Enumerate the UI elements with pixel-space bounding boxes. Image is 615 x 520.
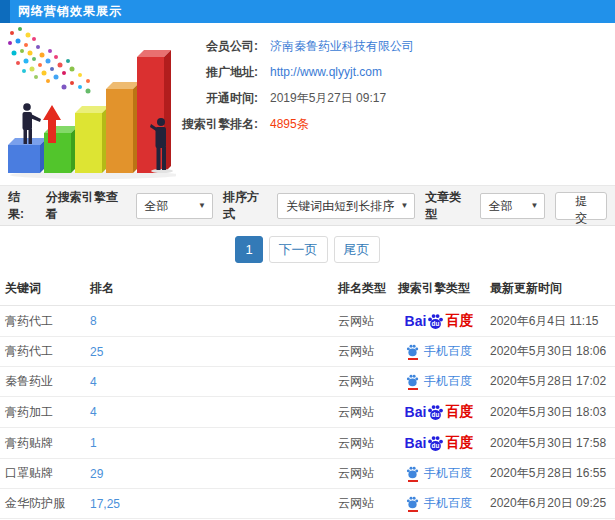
article-type-select-value: 全部 bbox=[489, 199, 513, 213]
keyword-cell: 秦鲁药业 bbox=[5, 374, 53, 388]
rank-link[interactable]: 25 bbox=[90, 345, 103, 359]
rank-type-cell: 云网站 bbox=[338, 314, 374, 328]
info-row-rank-count: 搜索引擎排名: 4895条 bbox=[176, 111, 414, 137]
svg-text:du: du bbox=[432, 320, 440, 327]
company-link[interactable]: 济南秦鲁药业科技有限公司 bbox=[270, 38, 414, 55]
mobile-baidu-icon bbox=[406, 344, 419, 360]
engine-filter-label: 分搜索引擎查看 bbox=[46, 189, 129, 223]
updated-cell: 2020年5月30日 18:06 bbox=[490, 344, 606, 358]
keyword-cell: 膏药代工 bbox=[5, 314, 53, 328]
baidu-logo-cn-text: 百度 bbox=[445, 312, 473, 330]
header-rank-type: 排名类型 bbox=[333, 272, 393, 306]
baidu-logo-text: Bai bbox=[405, 404, 427, 420]
bar-blue bbox=[8, 138, 47, 173]
page-title: 网络营销效果展示 bbox=[18, 3, 122, 20]
baidu-paw-icon: du bbox=[427, 404, 444, 421]
article-type-select[interactable]: 全部 ▼ bbox=[480, 193, 546, 219]
mobile-baidu-label: 手机百度 bbox=[424, 373, 472, 390]
updated-cell: 2020年5月28日 16:55 bbox=[490, 466, 606, 480]
updated-cell: 2020年5月30日 17:58 bbox=[490, 436, 606, 450]
chevron-down-icon: ▼ bbox=[530, 194, 538, 218]
mobile-baidu-label: 手机百度 bbox=[424, 495, 472, 512]
baidu-logo: Baidu百度 bbox=[405, 312, 474, 330]
rank-link[interactable]: 1 bbox=[90, 436, 97, 450]
table-row: 膏药代工25云网站手机百度2020年5月30日 18:06 bbox=[0, 337, 615, 367]
results-table-body: 膏药代工8云网站Baidu百度2020年6月4日 11:15膏药代工25云网站手… bbox=[0, 306, 615, 520]
baidu-logo-cn-text: 百度 bbox=[445, 403, 473, 421]
mobile-baidu-icon bbox=[406, 466, 419, 482]
mobile-baidu-logo: 手机百度 bbox=[406, 495, 472, 512]
rank-link[interactable]: 4 bbox=[90, 375, 97, 389]
open-time-value: 2019年5月27日 09:17 bbox=[270, 90, 386, 107]
header-keyword: 关键词 bbox=[0, 272, 85, 306]
last-page-button[interactable]: 尾页 bbox=[334, 236, 380, 263]
table-row: 金华防护服17,25云网站手机百度2020年6月20日 09:25 bbox=[0, 489, 615, 519]
bar-yellow bbox=[75, 106, 109, 173]
baidu-logo: Baidu百度 bbox=[405, 434, 474, 452]
mobile-baidu-icon bbox=[406, 374, 419, 390]
filter-bar: 结果: 分搜索引擎查看 全部 ▼ 排序方式 关键词由短到长排序 ▼ 文章类型 全… bbox=[0, 186, 615, 226]
mobile-baidu-label: 手机百度 bbox=[424, 465, 472, 482]
table-header-row: 关键词 排名 排名类型 搜索引擎类型 最新更新时间 bbox=[0, 272, 615, 306]
baidu-paw-icon: du bbox=[427, 435, 444, 452]
rank-count-label: 搜索引擎排名: bbox=[176, 116, 258, 133]
mobile-baidu-icon bbox=[406, 496, 419, 512]
bar-chart-clipart bbox=[0, 23, 176, 183]
table-row: 膏药加工4云网站Baidu百度2020年5月30日 18:03 bbox=[0, 397, 615, 428]
baidu-underline bbox=[408, 480, 418, 482]
keyword-cell: 膏药加工 bbox=[5, 405, 53, 419]
baidu-logo-text: Bai bbox=[405, 435, 427, 451]
svg-text:du: du bbox=[432, 411, 440, 418]
company-label: 会员公司: bbox=[176, 38, 258, 55]
titlebar: 网络营销效果展示 bbox=[0, 0, 615, 23]
businessman-left bbox=[23, 103, 42, 144]
info-row-open-time: 开通时间: 2019年5月27日 09:17 bbox=[176, 85, 414, 111]
baidu-paw-icon bbox=[406, 496, 419, 509]
header-engine-type: 搜索引擎类型 bbox=[393, 272, 485, 306]
updated-cell: 2020年5月28日 17:02 bbox=[490, 374, 606, 388]
rank-link[interactable]: 29 bbox=[90, 467, 103, 481]
rank-link[interactable]: 8 bbox=[90, 314, 97, 328]
table-row: 膏药贴牌1云网站Baidu百度2020年5月30日 17:58 bbox=[0, 428, 615, 459]
next-page-button[interactable]: 下一页 bbox=[269, 236, 328, 263]
mobile-baidu-logo: 手机百度 bbox=[406, 343, 472, 360]
rank-link[interactable]: 4 bbox=[90, 405, 97, 419]
baidu-paw-icon bbox=[406, 344, 419, 357]
updated-cell: 2020年5月30日 18:03 bbox=[490, 405, 606, 419]
baidu-logo: Baidu百度 bbox=[405, 403, 474, 421]
baidu-underline bbox=[408, 510, 418, 512]
info-row-company: 会员公司: 济南秦鲁药业科技有限公司 bbox=[176, 33, 414, 59]
engine-select[interactable]: 全部 ▼ bbox=[136, 193, 213, 219]
header-rank: 排名 bbox=[85, 272, 333, 306]
engine-select-value: 全部 bbox=[145, 199, 169, 213]
company-info-list: 会员公司: 济南秦鲁药业科技有限公司 推广地址: http://www.qlyy… bbox=[176, 23, 414, 185]
baidu-logo-text: Bai bbox=[405, 313, 427, 329]
bar-orange bbox=[106, 82, 140, 173]
rank-count-value: 4895条 bbox=[270, 116, 309, 133]
table-row: 膏药代工8云网站Baidu百度2020年6月4日 11:15 bbox=[0, 306, 615, 337]
keyword-cell: 膏药贴牌 bbox=[5, 436, 53, 450]
submit-button[interactable]: 提交 bbox=[555, 192, 607, 220]
open-time-label: 开通时间: bbox=[176, 90, 258, 107]
promo-url-link[interactable]: http://www.qlyyjt.com bbox=[270, 65, 382, 79]
confetti-dots bbox=[8, 27, 91, 94]
baidu-logo-cn-text: 百度 bbox=[445, 434, 473, 452]
chevron-down-icon: ▼ bbox=[198, 194, 206, 218]
rank-type-cell: 云网站 bbox=[338, 344, 374, 358]
rank-type-cell: 云网站 bbox=[338, 374, 374, 388]
header-updated: 最新更新时间 bbox=[485, 272, 615, 306]
rank-type-cell: 云网站 bbox=[338, 436, 374, 450]
sort-filter-label: 排序方式 bbox=[223, 189, 270, 223]
baidu-paw-icon bbox=[406, 466, 419, 479]
page-1-button[interactable]: 1 bbox=[235, 236, 262, 263]
rank-link[interactable]: 17,25 bbox=[90, 497, 120, 511]
rank-type-cell: 云网站 bbox=[338, 466, 374, 480]
baidu-paw-icon: du bbox=[427, 313, 444, 330]
keyword-cell: 口罩贴牌 bbox=[5, 466, 53, 480]
chevron-down-icon: ▼ bbox=[400, 194, 408, 218]
baidu-underline bbox=[408, 388, 418, 390]
info-row-url: 推广地址: http://www.qlyyjt.com bbox=[176, 59, 414, 85]
baidu-underline bbox=[408, 358, 418, 360]
sort-select[interactable]: 关键词由短到长排序 ▼ bbox=[277, 193, 415, 219]
keyword-cell: 金华防护服 bbox=[5, 496, 65, 510]
